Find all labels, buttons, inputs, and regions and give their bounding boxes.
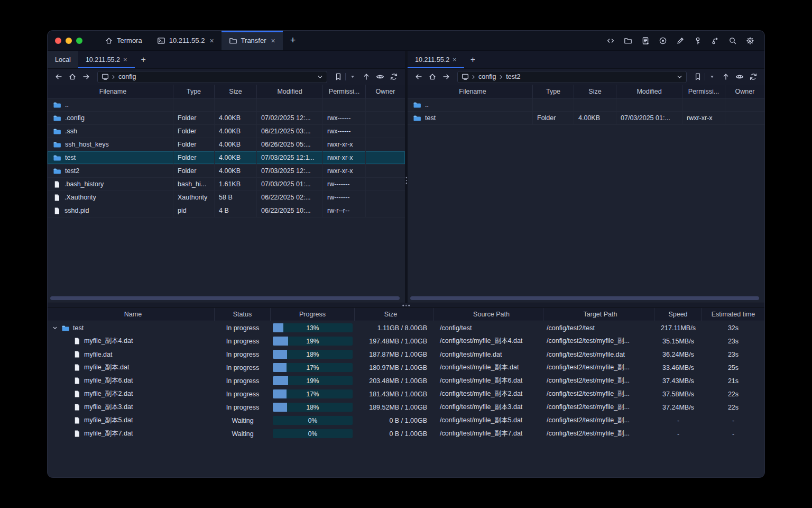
- file-row--[interactable]: ..: [408, 98, 764, 112]
- path-segment[interactable]: config: [477, 73, 497, 80]
- transfer-row-3[interactable]: myfile_副本.datIn progress17%180.97MB / 1.…: [48, 361, 764, 374]
- path-segment[interactable]: test2: [505, 73, 521, 80]
- file-row--ssh[interactable]: .sshFolder4.00KB06/21/2025 03:...rwx----…: [48, 125, 405, 138]
- forward-button[interactable]: [80, 71, 92, 83]
- close-tab-icon[interactable]: ×: [123, 56, 127, 64]
- record-icon: [659, 37, 667, 45]
- log-button[interactable]: [640, 35, 651, 47]
- file-row--[interactable]: ..: [48, 98, 405, 112]
- transfer-column-header-name[interactable]: Name: [48, 308, 215, 321]
- back-button[interactable]: [53, 71, 64, 83]
- titlebar-tab-10-211-55-2[interactable]: 10.211.55.2×: [150, 31, 222, 50]
- transfer-column-header-size[interactable]: Size: [355, 308, 433, 321]
- upload-button[interactable]: [361, 71, 372, 83]
- column-header-permissions[interactable]: Permissi...: [323, 85, 366, 98]
- left-pane-tab-local[interactable]: Local: [48, 51, 78, 68]
- column-header-modified[interactable]: Modified: [257, 85, 323, 98]
- file-row--Xauthority[interactable]: .XauthorityXauthority58 B06/22/2025 02:.…: [48, 191, 405, 204]
- bookmark-button[interactable]: [692, 71, 704, 83]
- traffic-minimize-button[interactable]: [66, 38, 72, 44]
- path-dropdown-button[interactable]: [317, 74, 324, 80]
- left-pane-path-bar[interactable]: config: [97, 71, 327, 83]
- column-header-size[interactable]: Size: [574, 85, 616, 98]
- transfer-column-header-estimated-time[interactable]: Estimated time: [702, 308, 764, 321]
- path-segment[interactable]: config: [117, 73, 137, 80]
- transfer-row-0[interactable]: testIn progress13%1.11GB / 8.00GB/config…: [48, 321, 764, 334]
- transfer-column-header-speed[interactable]: Speed: [654, 308, 702, 321]
- file-row-test[interactable]: testFolder4.00KB07/03/2025 12:1...rwxr-x…: [48, 151, 405, 165]
- refresh-icon: [390, 72, 398, 81]
- scrollbar-thumb[interactable]: [410, 296, 759, 300]
- transfer-row-8[interactable]: myfile_副本7.datWaiting0%0 B / 1.00GB/conf…: [48, 427, 764, 440]
- file-row-sshd-pid[interactable]: sshd.pidpid4 B06/22/2025 10:...rw-r--r--: [48, 204, 405, 217]
- scrollbar-thumb[interactable]: [50, 296, 400, 300]
- show-hidden-files-button[interactable]: [374, 71, 386, 83]
- column-header-modified[interactable]: Modified: [616, 85, 682, 98]
- edit-button[interactable]: [675, 35, 686, 47]
- file-icon: [73, 337, 81, 345]
- home-button[interactable]: [67, 71, 78, 83]
- file-row--bash-history[interactable]: .bash_historybash_hi...1.61KB07/03/2025 …: [48, 178, 405, 191]
- new-folder-button[interactable]: [622, 35, 634, 47]
- search-button[interactable]: [727, 35, 739, 47]
- bookmark-dropdown-button[interactable]: [347, 71, 358, 83]
- transfer-row-5[interactable]: myfile_副本2.datIn progress17%181.43MB / 1…: [48, 387, 764, 401]
- traffic-zoom-button[interactable]: [76, 38, 82, 44]
- transfer-row-2[interactable]: myfile.datIn progress18%187.87MB / 1.00G…: [48, 348, 764, 361]
- left-pane-tab-10-211-55-2[interactable]: 10.211.55.2×: [78, 51, 135, 68]
- column-header-owner[interactable]: Owner: [725, 85, 764, 98]
- file-row-ssh-host-keys[interactable]: ssh_host_keysFolder4.00KB06/26/2025 05:.…: [48, 138, 405, 151]
- traffic-close-button[interactable]: [55, 38, 61, 44]
- filename-label: .ssh: [65, 128, 77, 135]
- transfer-row-6[interactable]: myfile_副本3.datIn progress18%189.52MB / 1…: [48, 401, 764, 414]
- right-pane-path-bar[interactable]: configtest2: [457, 71, 687, 83]
- transfer-column-header-status[interactable]: Status: [215, 308, 271, 321]
- titlebar-tab-termora[interactable]: Termora: [97, 31, 150, 50]
- transfer-column-header-target-path[interactable]: Target Path: [543, 308, 654, 321]
- code-button[interactable]: [605, 35, 616, 47]
- column-header-type[interactable]: Type: [173, 85, 215, 98]
- file-row-test2[interactable]: test2Folder4.00KB07/03/2025 12:...rwxr-x…: [48, 165, 405, 178]
- transfer-target-cell: /config/test2/test/myfile_副...: [543, 387, 654, 401]
- key-button[interactable]: [692, 35, 704, 47]
- close-tab-icon[interactable]: ×: [271, 37, 275, 45]
- path-dropdown-button[interactable]: [676, 74, 683, 80]
- column-header-permissions[interactable]: Permissi...: [682, 85, 725, 98]
- settings-button[interactable]: [744, 35, 756, 47]
- upload-button[interactable]: [720, 71, 732, 83]
- refresh-button[interactable]: [388, 71, 400, 83]
- close-tab-icon[interactable]: ×: [453, 56, 457, 64]
- record-button[interactable]: [657, 35, 669, 47]
- titlebar-tab-transfer[interactable]: Transfer×: [222, 31, 283, 50]
- close-tab-icon[interactable]: ×: [209, 37, 214, 45]
- show-hidden-files-button[interactable]: [734, 71, 745, 83]
- refresh-button[interactable]: [748, 71, 759, 83]
- expand-chevron-icon[interactable]: [52, 325, 58, 331]
- column-header-filename[interactable]: Filename: [48, 85, 173, 98]
- transfer-column-header-source-path[interactable]: Source Path: [433, 308, 543, 321]
- keychain-button[interactable]: [709, 35, 721, 47]
- transfer-row-1[interactable]: myfile_副本4.datIn progress19%197.48MB / 1…: [48, 334, 764, 348]
- file-row-test[interactable]: testFolder4.00KB07/03/2025 01:...rwxr-xr…: [408, 112, 764, 125]
- transfer-row-4[interactable]: myfile_副本6.datIn progress19%203.48MB / 1…: [48, 374, 764, 387]
- column-header-filename[interactable]: Filename: [408, 85, 533, 98]
- column-header-owner[interactable]: Owner: [366, 85, 405, 98]
- transfer-size-cell: 0 B / 1.00GB: [355, 414, 433, 427]
- transfer-status-cell: In progress: [215, 348, 271, 361]
- horizontal-splitter[interactable]: [48, 303, 764, 308]
- right-pane-tab-10-211-55-2[interactable]: 10.211.55.2×: [408, 51, 464, 68]
- column-header-type[interactable]: Type: [533, 85, 574, 98]
- transfer-column-header-progress[interactable]: Progress: [271, 308, 355, 321]
- column-header-size[interactable]: Size: [215, 85, 257, 98]
- home-button[interactable]: [427, 71, 438, 83]
- right-pane-hscrollbar: [410, 296, 759, 300]
- forward-button[interactable]: [440, 71, 452, 83]
- bookmark-dropdown-button[interactable]: [706, 71, 718, 83]
- transfer-row-7[interactable]: myfile_副本5.datWaiting0%0 B / 1.00GB/conf…: [48, 414, 764, 427]
- right-pane-new-tab-button[interactable]: +: [464, 51, 482, 68]
- left-pane-new-tab-button[interactable]: +: [135, 51, 152, 68]
- new-window-tab-button[interactable]: +: [283, 31, 303, 50]
- back-button[interactable]: [413, 71, 425, 83]
- file-row--config[interactable]: .configFolder4.00KB07/02/2025 12:...rwx-…: [48, 112, 405, 125]
- bookmark-button[interactable]: [333, 71, 344, 83]
